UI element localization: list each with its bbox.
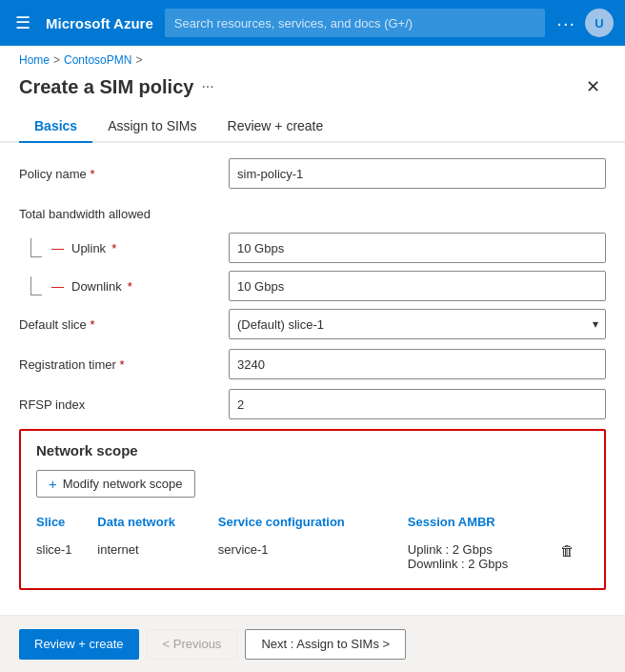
page-options-icon[interactable]: ···: [201, 78, 213, 95]
uplink-input[interactable]: [229, 233, 606, 263]
row-slice: slice-1: [36, 537, 97, 577]
registration-timer-row: Registration timer *: [19, 349, 606, 379]
bandwidth-label: Total bandwidth allowed: [19, 207, 229, 221]
policy-name-input[interactable]: [229, 158, 606, 189]
review-create-button[interactable]: Review + create: [19, 629, 139, 660]
page-title-row: Create a SIM policy ···: [19, 76, 214, 98]
downlink-label-col: — Downlink *: [19, 276, 229, 295]
tabs-bar: Basics Assign to SIMs Review + create: [0, 111, 625, 143]
next-button[interactable]: Next : Assign to SIMs >: [245, 629, 406, 660]
registration-timer-label: Registration timer *: [19, 357, 229, 372]
rfsp-index-row: RFSP index: [19, 389, 606, 419]
col-data-network: Data network: [97, 511, 218, 537]
breadcrumb-sep2: >: [135, 53, 142, 67]
policy-name-label: Policy name *: [19, 167, 229, 181]
default-slice-select[interactable]: (Default) slice-1: [229, 309, 606, 339]
top-bar: ☰ Microsoft Azure ··· U: [0, 0, 625, 46]
breadcrumb: Home > ContosoPMN >: [0, 46, 625, 71]
breadcrumb-sep1: >: [53, 53, 60, 67]
bandwidth-label-row: Total bandwidth allowed: [19, 198, 606, 229]
footer: Review + create < Previous Next : Assign…: [0, 615, 625, 672]
tab-basics[interactable]: Basics: [19, 111, 92, 143]
col-session-ambr: Session AMBR: [408, 511, 560, 537]
rfsp-index-label: RFSP index: [19, 397, 229, 412]
page-header: Create a SIM policy ··· ✕: [0, 71, 625, 111]
policy-name-required: *: [90, 167, 94, 181]
policy-name-row: Policy name *: [19, 158, 606, 189]
search-input[interactable]: [165, 9, 546, 37]
network-scope-table: Slice Data network Service configuration…: [36, 511, 589, 577]
table-row: slice-1 internet service-1 Uplink : 2 Gb…: [36, 537, 589, 577]
network-scope-box: Network scope + Modify network scope Sli…: [19, 429, 606, 590]
downlink-required: *: [128, 279, 132, 294]
registration-timer-input[interactable]: [229, 349, 606, 379]
row-session-ambr: Uplink : 2 GbpsDownlink : 2 Gbps: [408, 537, 560, 577]
form-area: Policy name * Total bandwidth allowed — …: [0, 143, 625, 598]
default-slice-select-wrapper: (Default) slice-1 ▾: [229, 309, 606, 339]
default-slice-row: Default slice * (Default) slice-1 ▾: [19, 309, 606, 339]
app-title: Microsoft Azure: [46, 15, 153, 31]
tab-review-create[interactable]: Review + create: [212, 111, 339, 143]
downlink-input[interactable]: [229, 271, 606, 301]
hamburger-icon[interactable]: ☰: [11, 9, 34, 37]
modify-network-scope-button[interactable]: + Modify network scope: [36, 470, 195, 498]
close-button[interactable]: ✕: [580, 74, 606, 99]
row-delete[interactable]: 🗑: [560, 537, 589, 577]
row-service-config: service-1: [218, 537, 408, 577]
uplink-dash: —: [51, 241, 64, 255]
col-slice: Slice: [36, 511, 97, 537]
top-bar-icons: ··· U: [556, 9, 614, 37]
row-data-network: internet: [97, 537, 218, 577]
downlink-row: — Downlink *: [19, 271, 606, 301]
delete-icon[interactable]: 🗑: [560, 542, 575, 559]
downlink-dash: —: [51, 279, 64, 294]
registration-timer-required: *: [120, 357, 125, 372]
col-actions: [560, 511, 589, 537]
more-options-icon[interactable]: ···: [556, 12, 575, 34]
plus-icon: +: [49, 476, 57, 492]
tab-assign-sims[interactable]: Assign to SIMs: [92, 111, 212, 143]
previous-button: < Previous: [147, 629, 238, 660]
avatar[interactable]: U: [585, 9, 614, 37]
breadcrumb-home[interactable]: Home: [19, 53, 50, 67]
breadcrumb-contoso[interactable]: ContosoPMN: [64, 53, 131, 67]
col-service-config: Service configuration: [218, 511, 408, 537]
network-scope-title: Network scope: [36, 442, 589, 458]
uplink-row: — Uplink *: [19, 233, 606, 263]
uplink-required: *: [111, 241, 116, 255]
rfsp-index-input[interactable]: [229, 389, 606, 419]
default-slice-label: Default slice *: [19, 317, 229, 332]
uplink-label-col: — Uplink *: [19, 238, 229, 257]
page-title: Create a SIM policy: [19, 76, 193, 98]
default-slice-required: *: [90, 317, 94, 332]
